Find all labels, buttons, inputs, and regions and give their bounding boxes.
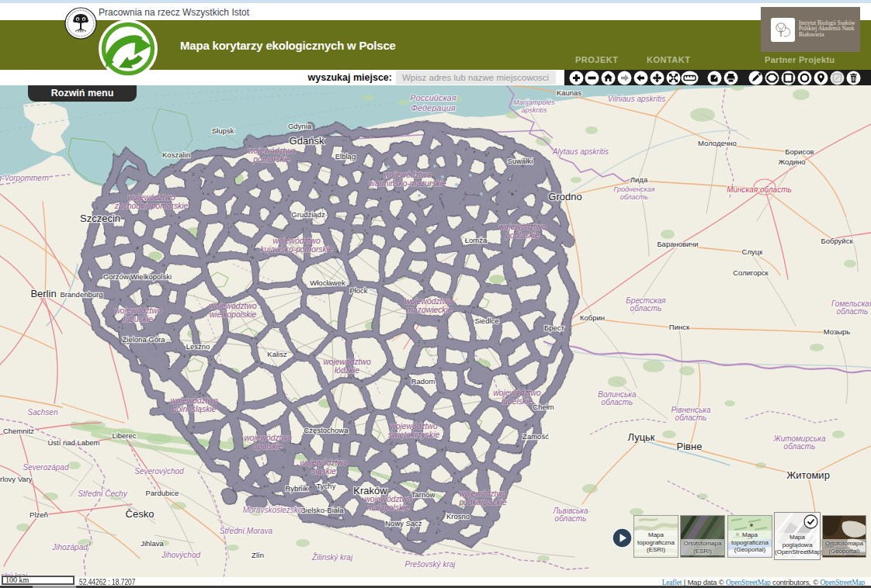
svg-text:Федерация: Федерация bbox=[411, 103, 456, 112]
svg-text:Leszno: Leszno bbox=[186, 342, 210, 351]
svg-text:łódzkie: łódzkie bbox=[335, 366, 359, 375]
svg-text:Tychy: Tychy bbox=[317, 482, 336, 490]
svg-text:Koszalin: Koszalin bbox=[162, 150, 190, 159]
svg-text:область: область bbox=[784, 442, 816, 451]
svg-text:Włocławek: Włocławek bbox=[310, 278, 345, 287]
svg-text:Zielona Góra: Zielona Góra bbox=[123, 335, 166, 344]
svg-text:Gdańsk: Gdańsk bbox=[290, 135, 324, 147]
svg-text:podkarpackie: podkarpackie bbox=[458, 498, 507, 507]
svg-text:Radom: Radom bbox=[411, 377, 436, 386]
svg-text:Vilniaus apskritis: Vilniaus apskritis bbox=[608, 95, 665, 103]
svg-text:Střední Čechy: Střední Čechy bbox=[78, 489, 127, 498]
svg-text:lubuskie: lubuskie bbox=[123, 315, 153, 323]
svg-text:Барановичи: Барановичи bbox=[657, 240, 698, 248]
svg-text:Борисов: Борисов bbox=[785, 147, 814, 156]
svg-text:Marijampolės: Marijampolės bbox=[513, 99, 555, 106]
svg-text:Grudziądz: Grudziądz bbox=[291, 210, 325, 219]
svg-text:Gorzów Wielkopolski: Gorzów Wielkopolski bbox=[103, 272, 172, 281]
svg-text:Российская: Российская bbox=[410, 93, 456, 102]
svg-text:świętokrzyskie: świętokrzyskie bbox=[388, 431, 440, 439]
svg-text:Česko: Česko bbox=[126, 508, 154, 520]
svg-text:Severozápad: Severozápad bbox=[23, 463, 69, 472]
svg-text:województwo: województwo bbox=[248, 147, 296, 155]
svg-text:warmińsko-mazurskie: warmińsko-mazurskie bbox=[369, 179, 446, 188]
svg-text:область: область bbox=[837, 307, 869, 316]
svg-text:lubelskie: lubelskie bbox=[501, 397, 533, 406]
svg-text:województwo: województwo bbox=[459, 489, 507, 498]
svg-text:область: область bbox=[602, 398, 633, 406]
svg-text:Молодечно: Молодечно bbox=[698, 139, 737, 147]
svg-text:województwo: województwo bbox=[114, 306, 162, 315]
svg-text:Луцьк: Луцьк bbox=[627, 431, 654, 443]
svg-text:Солигорск: Солигорск bbox=[733, 268, 769, 277]
svg-text:Sachsen: Sachsen bbox=[28, 408, 58, 417]
svg-text:Лида: Лида bbox=[630, 175, 648, 184]
svg-text:Tarnów: Tarnów bbox=[411, 490, 436, 499]
svg-text:Nowy Sącz: Nowy Sącz bbox=[385, 519, 422, 527]
svg-text:Jihozápad: Jihozápad bbox=[51, 543, 88, 552]
svg-text:województwo: województwo bbox=[404, 297, 453, 306]
svg-text:województwo: województwo bbox=[323, 358, 371, 366]
svg-text:województwo: województwo bbox=[493, 389, 541, 397]
svg-text:województwo: województwo bbox=[300, 458, 348, 467]
svg-text:Częstochowa: Częstochowa bbox=[304, 426, 349, 434]
svg-text:Krosno: Krosno bbox=[446, 512, 470, 521]
svg-text:Karlovy Vary: Karlovy Vary bbox=[0, 475, 33, 483]
svg-text:Płock: Płock bbox=[349, 286, 367, 295]
svg-text:województwo: województwo bbox=[244, 434, 292, 442]
svg-text:województwo: województwo bbox=[498, 223, 547, 231]
svg-text:województwo: województwo bbox=[209, 302, 257, 310]
svg-text:zachodniopomorskie: zachodniopomorskie bbox=[114, 202, 189, 210]
svg-text:Szczecin: Szczecin bbox=[80, 213, 120, 224]
svg-text:Severovýchod: Severovýchod bbox=[134, 467, 184, 476]
svg-text:małopolskie: małopolskie bbox=[367, 503, 410, 512]
svg-text:apskritis: apskritis bbox=[521, 106, 547, 114]
svg-text:Žilinský kraj: Žilinský kraj bbox=[311, 552, 353, 562]
svg-text:Гродненская: Гродненская bbox=[614, 185, 655, 193]
svg-text:Bielsko-Biała: Bielsko-Biała bbox=[301, 506, 345, 514]
svg-text:województwo: województwo bbox=[390, 422, 438, 431]
svg-text:województwo: województwo bbox=[383, 171, 432, 179]
svg-text:область: область bbox=[675, 413, 707, 422]
svg-text:województwo: województwo bbox=[272, 237, 321, 245]
svg-text:Brandenburg: Brandenburg bbox=[61, 290, 103, 299]
svg-text:Siedlce: Siedlce bbox=[474, 316, 498, 325]
svg-text:Jihovýchod: Jihovýchod bbox=[161, 551, 200, 559]
svg-text:Брест: Брест bbox=[544, 323, 565, 332]
svg-text:Zamość: Zamość bbox=[522, 432, 549, 441]
svg-text:Suwałki: Suwałki bbox=[508, 157, 533, 165]
svg-text:Chełm: Chełm bbox=[533, 403, 554, 411]
svg-text:dolnośląskie: dolnośląskie bbox=[172, 405, 217, 413]
svg-text:Alytaus apskritis: Alytaus apskritis bbox=[552, 147, 609, 156]
svg-text:Пинск: Пинск bbox=[669, 323, 690, 331]
svg-text:Prešovský kraj: Prešovský kraj bbox=[404, 560, 456, 569]
svg-text:podlaskie: podlaskie bbox=[505, 231, 540, 240]
svg-text:Střední Morava: Střední Morava bbox=[220, 527, 273, 535]
svg-text:kujawsko-pomorskie: kujawsko-pomorskie bbox=[260, 245, 333, 254]
svg-text:śląskie: śląskie bbox=[311, 467, 336, 476]
svg-text:область: область bbox=[555, 514, 587, 523]
svg-text:Мозырь: Мозырь bbox=[824, 327, 851, 336]
svg-text:Słupsk: Słupsk bbox=[212, 126, 234, 135]
svg-text:Berlin: Berlin bbox=[30, 288, 56, 299]
svg-text:Кобрин: Кобрин bbox=[580, 313, 605, 322]
svg-text:województwo: województwo bbox=[364, 495, 412, 503]
svg-text:Слуцк: Слуцк bbox=[742, 247, 764, 256]
svg-text:Grodno: Grodno bbox=[548, 191, 581, 202]
svg-text:область: область bbox=[630, 304, 662, 313]
svg-text:województwo: województwo bbox=[127, 193, 175, 202]
svg-text:opolskie: opolskie bbox=[253, 442, 283, 451]
svg-text:pomorskie: pomorskie bbox=[252, 155, 290, 164]
svg-text:Житомир: Житомир bbox=[786, 469, 830, 481]
svg-text:Elbląg: Elbląg bbox=[335, 152, 356, 161]
svg-text:wielkopolskie: wielkopolskie bbox=[210, 310, 257, 319]
svg-text:Liberec: Liberec bbox=[112, 431, 136, 440]
svg-text:mazowieckie: mazowieckie bbox=[407, 306, 453, 314]
svg-text:область: область bbox=[620, 193, 649, 201]
svg-text:Gdynia: Gdynia bbox=[288, 122, 312, 130]
svg-text:Kaunas: Kaunas bbox=[557, 88, 581, 97]
svg-text:rg-Vorpommern: rg-Vorpommern bbox=[0, 174, 49, 182]
svg-text:Plzeň: Plzeň bbox=[29, 510, 48, 519]
svg-text:województwo: województwo bbox=[170, 396, 218, 405]
svg-text:Chemnitz: Chemnitz bbox=[3, 427, 34, 435]
